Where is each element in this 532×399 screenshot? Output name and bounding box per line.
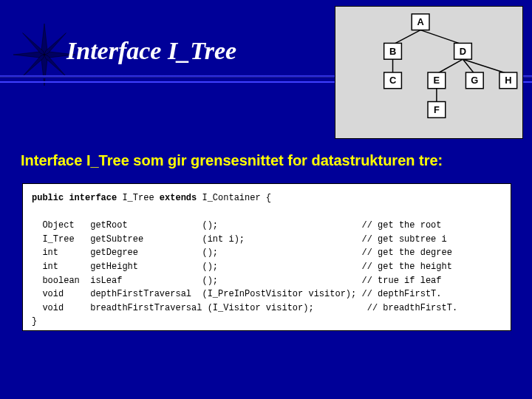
svg-line-11: [437, 59, 463, 74]
tree-node-e: E: [428, 72, 446, 89]
tree-node-h: H: [499, 72, 517, 89]
svg-text:F: F: [434, 104, 440, 115]
svg-text:G: G: [471, 75, 478, 86]
tree-node-b: B: [384, 43, 402, 59]
svg-text:A: A: [417, 16, 423, 27]
svg-line-13: [463, 59, 508, 74]
tree-diagram: A B D C E G H F: [335, 6, 523, 139]
tree-node-a: A: [412, 14, 429, 30]
slide-subtitle: Interface I_Tree som gir grensesnittet f…: [21, 152, 443, 169]
tree-node-g: G: [466, 72, 483, 89]
svg-marker-4: [23, 33, 44, 55]
svg-line-9: [420, 30, 463, 45]
svg-marker-7: [44, 55, 66, 76]
code-listing: public interface I_Tree extends I_Contai…: [22, 183, 511, 331]
tree-node-d: D: [454, 43, 472, 59]
slide-title: Interface I_Tree: [66, 37, 236, 65]
svg-marker-6: [23, 55, 44, 76]
svg-text:C: C: [389, 75, 396, 86]
svg-text:H: H: [505, 75, 511, 86]
svg-line-8: [393, 30, 421, 45]
svg-text:E: E: [434, 75, 440, 86]
svg-marker-5: [44, 33, 66, 55]
svg-text:B: B: [389, 46, 396, 57]
tree-node-f: F: [428, 102, 446, 118]
tree-node-c: C: [384, 72, 402, 89]
svg-text:D: D: [460, 46, 466, 57]
